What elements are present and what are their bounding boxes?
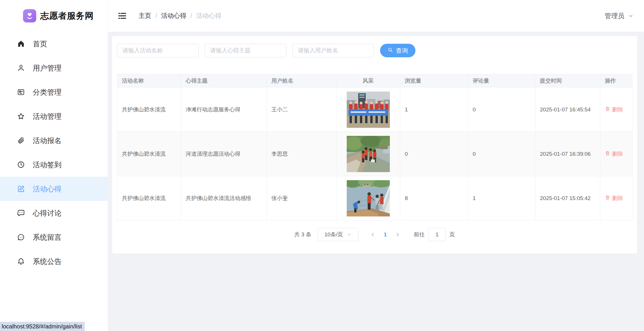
- volunteers-group-banner-photo[interactable]: [347, 92, 390, 128]
- cell-views: 1: [400, 87, 468, 132]
- delete-label: 删除: [612, 106, 623, 113]
- user-dropdown[interactable]: 管理员: [605, 12, 634, 20]
- heart-hand-logo-icon: [23, 9, 36, 22]
- cell-user: 李思思: [267, 132, 336, 176]
- sidebar-item-home[interactable]: 首页: [0, 32, 108, 56]
- sidebar-item-experience[interactable]: 活动心得: [0, 177, 108, 201]
- search-button[interactable]: 查询: [380, 44, 415, 57]
- cell-comments: 1: [468, 176, 535, 220]
- sidebar-item-activities[interactable]: 活动管理: [0, 104, 108, 128]
- cell-views: 8: [400, 176, 468, 220]
- cell-activity: 共护佛山碧水清流: [117, 132, 181, 176]
- cell-time: 2025-01-07 16:45:54: [535, 87, 600, 132]
- search-button-label: 查询: [396, 47, 408, 55]
- delete-label: 删除: [612, 150, 623, 158]
- sidebar-item-categories[interactable]: 分类管理: [0, 80, 108, 104]
- delete-button[interactable]: 删除: [605, 150, 623, 158]
- experience-table: 活动名称 心得主题 用户姓名 风采 浏览量 评论量 提交时间 操作 共护佛山碧水…: [117, 74, 632, 220]
- edit-icon: [17, 184, 25, 193]
- goto-page-input[interactable]: [428, 228, 446, 241]
- pagination: 共 3 条 10条/页 1 前往 页: [117, 228, 632, 241]
- prev-page-button[interactable]: [365, 232, 381, 237]
- breadcrumb-home[interactable]: 主页: [139, 12, 151, 20]
- user-name: 管理员: [605, 12, 624, 20]
- cell-views: 0: [400, 132, 468, 176]
- cell-time: 2025-01-07 15:05:42: [535, 176, 600, 220]
- sidebar-item-label: 首页: [33, 39, 47, 49]
- cell-activity: 共护佛山碧水清流: [117, 87, 181, 132]
- sidebar-item-label: 分类管理: [33, 87, 62, 97]
- col-actions: 操作: [600, 74, 632, 87]
- trash-icon: [605, 195, 610, 201]
- sidebar-item-checkin[interactable]: 活动签到: [0, 153, 108, 177]
- col-photo: 风采: [336, 74, 400, 87]
- sidebar-item-discussion[interactable]: 心得讨论: [0, 201, 108, 225]
- category-icon: [17, 88, 25, 96]
- trash-icon: [605, 106, 610, 113]
- current-page[interactable]: 1: [381, 231, 390, 238]
- sidebar: 志愿者服务网 首页 用户管理 分类管理 活动管理 活动报名 活动签到 活动: [0, 0, 108, 331]
- next-page-button[interactable]: [390, 232, 406, 237]
- delete-button[interactable]: 删除: [605, 195, 623, 202]
- sidebar-item-messages[interactable]: 系统留言: [0, 225, 108, 249]
- search-icon: [388, 47, 393, 54]
- sidebar-item-label: 活动心得: [33, 184, 62, 194]
- page-unit-label: 页: [449, 231, 455, 238]
- riverbank-cleanup-photo[interactable]: [347, 136, 390, 172]
- sidebar-item-users[interactable]: 用户管理: [0, 56, 108, 80]
- col-comments: 评论量: [468, 74, 535, 87]
- sidebar-item-label: 心得讨论: [33, 208, 62, 218]
- col-activity-name: 活动名称: [117, 74, 181, 87]
- app-title: 志愿者服务网: [40, 10, 94, 22]
- chevron-down-icon: [347, 232, 352, 237]
- table-row: 共护佛山碧水清流 河道清理志愿活动心得 李思思: [117, 132, 632, 176]
- activity-name-input[interactable]: [117, 44, 199, 57]
- cell-user: 张小斐: [267, 176, 336, 220]
- lakeside-cleanup-photo[interactable]: [347, 180, 390, 216]
- sidebar-item-label: 系统公告: [33, 257, 62, 266]
- delete-label: 删除: [612, 195, 623, 202]
- col-user: 用户姓名: [267, 74, 336, 87]
- cell-topic: 共护佛山碧水清流活动感悟: [181, 176, 267, 220]
- app-logo: 志愿者服务网: [0, 0, 108, 32]
- bell-icon: [17, 257, 25, 266]
- cell-user: 王小二: [267, 87, 336, 132]
- breadcrumb-parent[interactable]: 活动心得: [161, 12, 186, 20]
- sidebar-item-label: 系统留言: [33, 233, 62, 242]
- cell-activity: 共护佛山碧水清流: [117, 176, 181, 220]
- breadcrumb-separator: /: [155, 12, 157, 20]
- chat-round-icon: [17, 233, 25, 241]
- sidebar-item-label: 活动签到: [33, 160, 62, 170]
- table-row: 共护佛山碧水清流 净滩行动志愿服务心得 王小二: [117, 87, 632, 132]
- experience-list-card: 查询 活动名称 心得主题 用户姓名 风采 浏览量 评论量: [112, 36, 637, 254]
- page-size-select[interactable]: 10条/页: [318, 228, 359, 241]
- sidebar-menu: 首页 用户管理 分类管理 活动管理 活动报名 活动签到 活动心得 心得讨论: [0, 32, 108, 273]
- goto-label: 前往: [414, 231, 425, 238]
- table-header-row: 活动名称 心得主题 用户姓名 风采 浏览量 评论量 提交时间 操作: [117, 74, 632, 87]
- total-count: 共 3 条: [294, 231, 311, 238]
- user-name-input[interactable]: [292, 44, 374, 57]
- statusbar-url: localhost:9528/#/admin/gain/list: [0, 322, 85, 331]
- cell-topic: 河道清理志愿活动心得: [181, 132, 267, 176]
- sidebar-item-label: 活动报名: [33, 136, 62, 145]
- chat-square-icon: [17, 209, 25, 217]
- paperclip-icon: [17, 136, 25, 145]
- sidebar-item-label: 活动管理: [33, 112, 62, 121]
- cell-topic: 净滩行动志愿服务心得: [181, 87, 267, 132]
- breadcrumb-separator: /: [190, 12, 192, 20]
- col-topic: 心得主题: [181, 74, 267, 87]
- delete-button[interactable]: 删除: [605, 106, 623, 113]
- cell-comments: 0: [468, 132, 535, 176]
- experience-topic-input[interactable]: [205, 44, 286, 57]
- breadcrumb-current: 活动心得: [196, 12, 221, 20]
- sidebar-item-signup[interactable]: 活动报名: [0, 128, 108, 153]
- sidebar-item-label: 用户管理: [33, 63, 62, 73]
- clock-icon: [17, 160, 25, 169]
- breadcrumb: 主页 / 活动心得 / 活动心得: [139, 12, 221, 20]
- cell-comments: 0: [468, 87, 535, 132]
- sidebar-item-announcements[interactable]: 系统公告: [0, 249, 108, 273]
- home-icon: [17, 39, 25, 48]
- hamburger-icon[interactable]: [117, 11, 127, 21]
- content-area: 查询 活动名称 心得主题 用户姓名 风采 浏览量 评论量: [108, 32, 644, 331]
- topbar: 主页 / 活动心得 / 活动心得 管理员: [108, 0, 644, 32]
